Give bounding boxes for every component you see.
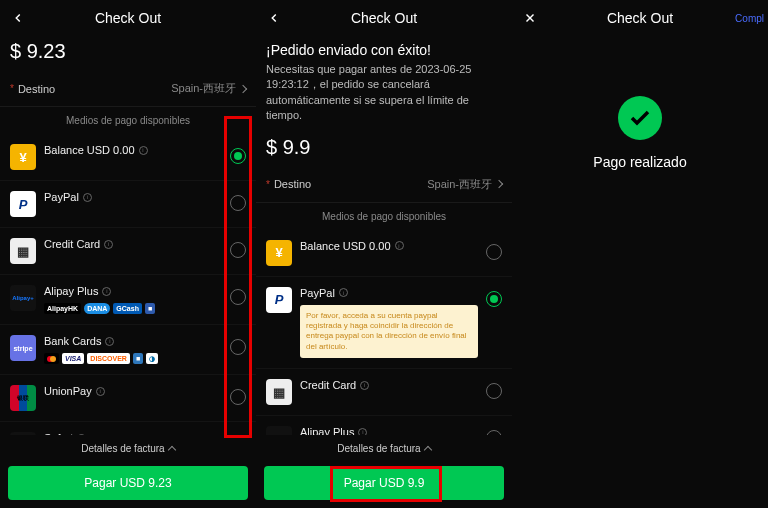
success-check-icon <box>618 96 662 140</box>
pay-button[interactable]: Pagar USD 9.23 <box>8 466 248 500</box>
chevron-right-icon <box>239 84 247 92</box>
info-icon: i <box>395 241 404 250</box>
balance-icon: ¥ <box>266 240 292 266</box>
radio-button[interactable] <box>486 244 502 260</box>
radio-button[interactable] <box>230 148 246 164</box>
destination-label: *Destino <box>10 83 55 95</box>
payment-method-balance[interactable]: ¥ Balance USD 0.00i <box>256 230 512 277</box>
paypal-icon: P <box>10 191 36 217</box>
payment-method-alipay-plus[interactable]: Alipay+ Alipay Plusi AlipayHK DANA GCash… <box>256 416 512 435</box>
payment-method-paypal[interactable]: P PayPali Por favor, acceda a su cuenta … <box>256 277 512 370</box>
destination-row[interactable]: *Destino Spain-西班牙 <box>256 167 512 203</box>
back-icon[interactable] <box>262 6 286 30</box>
invoice-details-link[interactable]: Detalles de factura <box>256 435 512 462</box>
radio-button[interactable] <box>230 289 246 305</box>
credit-card-icon: ▦ <box>266 379 292 405</box>
destination-row[interactable]: *Destino Spain-西班牙 <box>0 71 256 107</box>
payment-method-bank-cards[interactable]: stripe Bank Cardsi VISA DISCOVER ■ ◑ <box>0 325 256 375</box>
page-title: Check Out <box>0 10 256 26</box>
payment-methods-list: ¥ Balance USD 0.00i P PayPali ▦ Credit C… <box>0 134 256 435</box>
sub-brands: VISA DISCOVER ■ ◑ <box>44 353 222 364</box>
destination-value: Spain-西班牙 <box>427 177 502 192</box>
radio-button[interactable] <box>486 383 502 399</box>
payment-method-credit-card[interactable]: ▦ Credit Cardi <box>256 369 512 416</box>
credit-card-icon: ▦ <box>10 238 36 264</box>
destination-value: Spain-西班牙 <box>171 81 246 96</box>
deadline-text: Necesitas que pagar antes de 2023-06-25 … <box>256 62 512 132</box>
paypal-icon: P <box>266 287 292 313</box>
checkout-panel-2: Check Out ¡Pedido enviado con éxito! Nec… <box>256 0 512 508</box>
pay-button[interactable]: Pagar USD 9.9 <box>264 466 504 500</box>
total-price: $ 9.9 <box>256 132 512 167</box>
checkout-panel-1: Check Out $ 9.23 *Destino Spain-西班牙 Medi… <box>0 0 256 508</box>
section-title: Medios de pago disponibles <box>0 107 256 134</box>
payment-methods-list: ¥ Balance USD 0.00i P PayPali Por favor,… <box>256 230 512 435</box>
radio-button[interactable] <box>486 291 502 307</box>
chevron-up-icon <box>423 445 431 453</box>
back-icon[interactable] <box>6 6 30 30</box>
sub-brands: AlipayHK DANA GCash ■ <box>44 303 222 314</box>
total-price: $ 9.23 <box>0 36 256 71</box>
radio-button[interactable] <box>230 339 246 355</box>
close-icon[interactable] <box>518 6 542 30</box>
chevron-up-icon <box>167 445 175 453</box>
payment-method-sofort[interactable]: SOFORT Soforti <box>0 422 256 435</box>
unionpay-icon: 银联 <box>10 385 36 411</box>
info-icon: i <box>96 387 105 396</box>
paypal-warning: Por favor, acceda a su cuenta paypal reg… <box>300 305 478 359</box>
alipay-icon: Alipay+ <box>10 285 36 311</box>
radio-button[interactable] <box>230 195 246 211</box>
payment-method-unionpay[interactable]: 银联 UnionPayi <box>0 375 256 422</box>
section-title: Medios de pago disponibles <box>256 203 512 230</box>
success-message: ¡Pedido enviado con éxito! <box>256 36 512 62</box>
info-icon: i <box>339 288 348 297</box>
page-title: Check Out <box>512 10 768 26</box>
header: Check Out Compl <box>512 0 768 36</box>
payment-method-credit-card[interactable]: ▦ Credit Cardi <box>0 228 256 275</box>
info-icon: i <box>358 428 367 435</box>
radio-button[interactable] <box>230 242 246 258</box>
page-title: Check Out <box>256 10 512 26</box>
invoice-details-link[interactable]: Detalles de factura <box>0 435 256 462</box>
info-icon: i <box>83 193 92 202</box>
header: Check Out <box>256 0 512 36</box>
balance-icon: ¥ <box>10 144 36 170</box>
complete-link[interactable]: Compl <box>735 13 764 24</box>
chevron-right-icon <box>495 180 503 188</box>
info-icon: i <box>102 287 111 296</box>
header: Check Out <box>0 0 256 36</box>
info-icon: i <box>360 381 369 390</box>
payment-method-balance[interactable]: ¥ Balance USD 0.00i <box>0 134 256 181</box>
info-icon: i <box>139 146 148 155</box>
alipay-icon: Alipay+ <box>266 426 292 435</box>
stripe-icon: stripe <box>10 335 36 361</box>
checkout-panel-3: Check Out Compl Pago realizado <box>512 0 768 508</box>
info-icon: i <box>105 337 114 346</box>
destination-label: *Destino <box>266 178 311 190</box>
info-icon: i <box>104 240 113 249</box>
payment-method-alipay-plus[interactable]: Alipay+ Alipay Plusi AlipayHK DANA GCash… <box>0 275 256 325</box>
payment-done-text: Pago realizado <box>512 154 768 170</box>
radio-button[interactable] <box>230 389 246 405</box>
payment-method-paypal[interactable]: P PayPali <box>0 181 256 228</box>
